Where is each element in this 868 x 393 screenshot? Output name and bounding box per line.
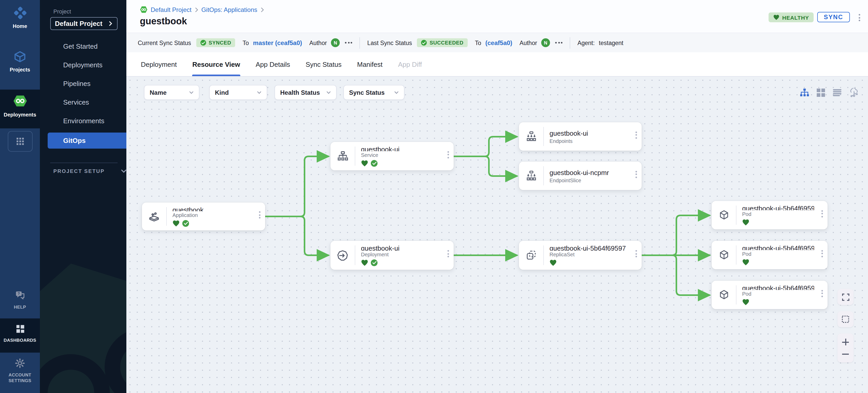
- sidebar-item-environments[interactable]: Environments: [63, 117, 104, 125]
- rail-item-projects[interactable]: Projects: [0, 50, 40, 72]
- tab-app-details[interactable]: App Details: [256, 52, 290, 76]
- pod-icon: [712, 281, 736, 309]
- breadcrumb-applications-link[interactable]: GitOps: Applications: [201, 6, 257, 13]
- sidebar-item-services[interactable]: Services: [63, 98, 89, 106]
- node-more-menu-icon[interactable]: [636, 250, 637, 257]
- project-setup-toggle[interactable]: PROJECT SETUP: [53, 168, 126, 174]
- agent-label: Agent:: [578, 40, 595, 46]
- sidebar-item-gitops[interactable]: GitOps: [48, 133, 126, 149]
- tree-view-toggle[interactable]: [800, 88, 809, 97]
- node-pod-1[interactable]: guestbook-ui-5b64f6959... Pod: [712, 201, 828, 229]
- node-pod-3[interactable]: guestbook-ui-5b64f6959... Pod: [712, 281, 828, 309]
- rail-item-account-settings[interactable]: ACCOUNT SETTINGS: [0, 358, 40, 384]
- node-more-menu-icon[interactable]: [822, 290, 823, 297]
- projects-cube-icon: [13, 50, 26, 63]
- harness-watermark: [40, 258, 126, 393]
- check-circle-icon: [421, 40, 427, 45]
- tab-resource-view[interactable]: Resource View: [192, 52, 240, 76]
- rail-item-deployments[interactable]: Deployments: [0, 90, 40, 128]
- filter-kind[interactable]: Kind: [209, 85, 267, 100]
- node-title: guestbook-ui-ncpmr: [550, 168, 628, 176]
- rail-item-label: ACCOUNT SETTINGS: [4, 372, 36, 384]
- healthy-heart-icon: [361, 259, 368, 266]
- commit-more-menu-icon[interactable]: [555, 42, 562, 43]
- node-application-guestbook[interactable]: guestbook Application: [142, 202, 265, 230]
- node-more-menu-icon[interactable]: [259, 211, 260, 219]
- list-view-toggle[interactable]: [832, 88, 842, 97]
- marquee-select-button[interactable]: [837, 311, 854, 327]
- filter-sync-status[interactable]: Sync Status: [343, 85, 404, 100]
- zoom-in-button[interactable]: [842, 339, 849, 346]
- health-status-badge: HEALTHY: [769, 12, 814, 22]
- replicaset-icon: [519, 241, 543, 270]
- healthy-heart-icon: [173, 220, 180, 227]
- succeeded-badge: SUCCEEDED: [417, 38, 468, 47]
- node-more-menu-icon[interactable]: [822, 210, 823, 217]
- node-replicaset-guestbook-ui-5b64f69597[interactable]: guestbook-ui-5b64f69597 ReplicaSet: [519, 241, 642, 270]
- rail-item-module-picker[interactable]: [0, 131, 40, 152]
- apps-grid-icon: [7, 131, 32, 152]
- node-title: guestbook-ui-5b64f6959...: [742, 244, 814, 250]
- node-kind: Pod: [742, 291, 814, 297]
- last-sync-status-label: Last Sync Status: [367, 40, 412, 46]
- tab-manifest[interactable]: Manifest: [357, 52, 382, 76]
- rail-item-help[interactable]: ? HELP: [0, 291, 40, 309]
- endpointslice-icon: [519, 162, 543, 190]
- node-endpoints-guestbook-ui[interactable]: guestbook-ui Endpoints: [519, 122, 642, 151]
- node-title: guestbook-ui-5b64f6959...: [742, 204, 814, 210]
- rail-item-home[interactable]: Home: [0, 6, 40, 29]
- healthy-heart-icon: [742, 299, 749, 305]
- left-rail: Home Projects Deployments: [0, 0, 40, 393]
- author-label: Author: [309, 40, 327, 46]
- filter-name[interactable]: Name: [144, 85, 199, 100]
- rail-item-dashboards[interactable]: DASHBOARDS: [0, 319, 40, 353]
- header-more-menu-icon[interactable]: [859, 14, 860, 21]
- last-revision-link[interactable]: (ceaf5a0): [485, 39, 512, 46]
- node-service-guestbook-ui[interactable]: guestbook-ui Service: [331, 142, 454, 170]
- node-more-menu-icon[interactable]: [447, 250, 449, 257]
- node-kind: Pod: [742, 211, 814, 217]
- breadcrumb-project-link[interactable]: Default Project: [151, 6, 191, 13]
- sidebar-item-get-started[interactable]: Get Started: [63, 42, 98, 50]
- filter-health-status[interactable]: Health Status: [275, 85, 337, 100]
- node-title: guestbook-ui-5b64f6959...: [742, 284, 814, 290]
- filter-label: Kind: [215, 89, 229, 96]
- filter-label: Sync Status: [349, 89, 384, 96]
- tab-deployment[interactable]: Deployment: [141, 52, 177, 76]
- node-more-menu-icon[interactable]: [636, 171, 637, 178]
- node-pod-2[interactable]: guestbook-ui-5b64f6959... Pod: [712, 241, 828, 269]
- sync-button[interactable]: SYNC: [817, 12, 850, 22]
- current-sync-status-label: Current Sync Status: [138, 40, 191, 46]
- node-endpointslice-guestbook-ui-ncpmr[interactable]: guestbook-ui-ncpmr EndpointSlice: [519, 162, 642, 190]
- divider: [570, 37, 570, 48]
- author-label: Author: [520, 40, 537, 46]
- sidebar-item-pipelines[interactable]: Pipelines: [63, 80, 91, 88]
- chevron-down-icon: [189, 91, 194, 94]
- node-more-menu-icon[interactable]: [636, 131, 637, 138]
- to-label: To: [243, 40, 249, 46]
- chevron-down-icon: [257, 91, 261, 94]
- node-more-menu-icon[interactable]: [822, 250, 823, 257]
- grid-view-toggle[interactable]: [816, 88, 826, 97]
- node-more-menu-icon[interactable]: [447, 151, 449, 158]
- fullscreen-button[interactable]: [837, 289, 854, 305]
- rail-item-label: Home: [0, 23, 40, 29]
- breadcrumb: Default Project GitOps: Applications: [140, 6, 264, 13]
- current-revision-link[interactable]: master (ceaf5a0): [253, 39, 302, 46]
- tab-sync-status[interactable]: Sync Status: [306, 52, 342, 76]
- network-view-toggle[interactable]: [849, 88, 859, 97]
- resource-tree-canvas[interactable]: Name Kind Health Status Sync Status: [126, 77, 868, 393]
- node-kind: Pod: [742, 251, 814, 257]
- healthy-heart-icon: [742, 219, 749, 226]
- commit-more-menu-icon[interactable]: [345, 42, 352, 43]
- project-setup-label: PROJECT SETUP: [53, 168, 104, 174]
- application-icon: [142, 202, 166, 230]
- sidebar-item-deployments[interactable]: Deployments: [63, 61, 102, 69]
- sidebar-item-label: GitOps: [63, 137, 86, 144]
- zoom-out-button[interactable]: [842, 351, 849, 357]
- project-selector[interactable]: Default Project: [50, 17, 118, 30]
- node-deployment-guestbook-ui[interactable]: guestbook-ui Deployment: [331, 241, 454, 270]
- project-selector-value: Default Project: [55, 20, 108, 27]
- filter-label: Name: [150, 89, 166, 96]
- divider: [360, 37, 360, 48]
